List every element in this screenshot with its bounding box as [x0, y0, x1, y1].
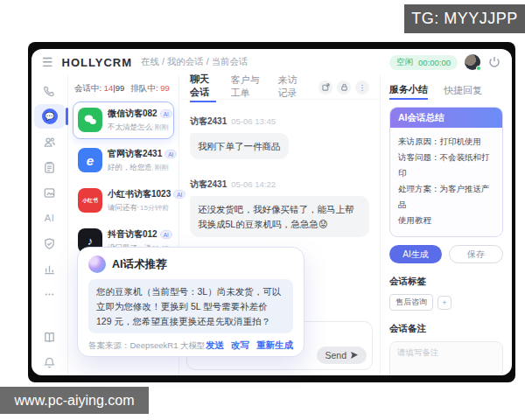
add-tag-button[interactable]: +: [438, 296, 452, 310]
answer-source: 答案来源：DeepseekR1 大模型: [88, 340, 206, 352]
visitor-message-bubble: 我刚下单了一件商品: [190, 133, 289, 159]
chat-list-item-wechat[interactable]: 微信访客082 AI 不太清楚怎么装… 刚刚: [73, 102, 174, 139]
message-time: 05-06 14:22: [231, 179, 276, 189]
chat-item-title: 微信访客082: [108, 108, 158, 120]
chat-item-preview: 不太清楚怎么装…: [108, 122, 153, 133]
chat-item-title: 抖音访客012: [108, 228, 158, 241]
icon-sidebar: 💬 AI: [32, 75, 68, 375]
breadcrumb: 在线 / 我的会话 / 当前会话: [141, 56, 248, 68]
screenshot-stage: TG: MYYJJPP ☰ HOLLYCRM 在线 / 我的会话 / 当前会话 …: [0, 0, 525, 420]
conversation-counters: 会话中: 14|99 排队中: 99: [73, 80, 174, 102]
ai-badge: AI: [160, 109, 172, 118]
sidebar-item-notifications[interactable]: [34, 350, 66, 374]
chat-item-time: 15分钟前: [140, 203, 169, 213]
active-count: 14: [104, 83, 114, 93]
summary-line: 来访原因：打印机使用: [398, 134, 494, 150]
menu-hamburger-icon[interactable]: ☰: [42, 56, 53, 68]
chat-tabs: 聊天会话 客户与工单 来访记录 ⋮: [179, 75, 380, 100]
shield-icon: [43, 237, 56, 250]
sidebar-item-calls[interactable]: [34, 79, 66, 103]
tab-quick-replies[interactable]: 快捷回复: [444, 84, 482, 99]
agent-status-label: 空闲: [396, 57, 413, 68]
session-notes-title: 会话备注: [389, 323, 503, 335]
lock-icon[interactable]: [337, 80, 351, 94]
ai-suggestion-popup: AI话术推荐 您的豆浆机（当前型号：3L）尚未发货，可以立即为您修改！更换到 5…: [77, 247, 304, 357]
rewrite-button[interactable]: 改写: [231, 340, 249, 352]
save-button[interactable]: 保存: [449, 245, 503, 263]
message-sender: 访客2431: [190, 116, 227, 126]
phone-icon: [43, 85, 56, 98]
chat-item-title: 官网访客2431: [108, 148, 162, 160]
summary-line: 处理方案：为客户推送产品: [398, 181, 494, 213]
power-icon[interactable]: [487, 55, 501, 69]
ai-icon: AI: [45, 213, 54, 223]
ai-summary-body: 来访原因：打印机使用 访客问题：不会装纸和打印 处理方案：为客户推送产品 使用教…: [390, 128, 502, 236]
more-vertical-icon[interactable]: ⋮: [355, 80, 369, 94]
chat-icon: 💬: [42, 108, 58, 124]
regenerate-button[interactable]: 重新生成: [256, 340, 293, 352]
notes-textarea[interactable]: [389, 341, 503, 375]
send-plane-icon: [350, 351, 359, 360]
chat-item-time: 刚刚: [155, 122, 169, 132]
queue-count: 99: [160, 83, 170, 93]
tab-service-summary[interactable]: 服务小结: [389, 83, 428, 100]
summary-line: 访客问题：不会装纸和打印: [398, 150, 494, 181]
web-browser-icon: e: [78, 148, 102, 172]
ai-suggestion-text: 您的豆浆机（当前型号：3L）尚未发货，可以立即为您修改！更换到 5L 型号需要补…: [88, 279, 293, 333]
ai-summary-card: AI会话总结 来访原因：打印机使用 访客问题：不会装纸和打印 处理方案：为客户推…: [389, 107, 503, 237]
chat-item-preview: 好的，给您造成…: [108, 163, 153, 173]
tag-after-sales[interactable]: 售后咨询: [389, 294, 433, 311]
chat-item-preview: 请问还有什么可·: [108, 203, 138, 214]
sidebar-item-chats[interactable]: 💬: [34, 104, 66, 129]
active-count-label: 会话中:: [74, 83, 102, 93]
sidebar-item-contacts[interactable]: [34, 130, 66, 154]
ai-badge: AI: [160, 230, 172, 239]
ai-badge: AI: [164, 150, 177, 158]
tab-chat-session[interactable]: 聊天会话: [190, 73, 216, 102]
send-button[interactable]: Send: [317, 346, 367, 364]
bar-chart-icon: [43, 262, 56, 276]
send-label: Send: [325, 350, 346, 360]
ai-popup-title: AI话术推荐: [112, 257, 167, 272]
agent-status-pill[interactable]: 空闲 00:00:00: [389, 55, 458, 70]
summary-line: 使用教程: [398, 213, 494, 228]
send-suggestion-button[interactable]: 发送: [206, 340, 224, 352]
avatar[interactable]: [465, 54, 480, 70]
tab-customer-tickets[interactable]: 客户与工单: [230, 74, 263, 102]
sidebar-item-more[interactable]: [34, 282, 66, 306]
chat-item-time: 刚刚: [155, 163, 169, 172]
contacts-icon: [43, 136, 56, 149]
visitor-message-bubble: 还没发货吧，我好像买错了，能马上帮我换成5L的豆浆机吗，急急急😟: [190, 196, 369, 237]
sidebar-item-security[interactable]: [34, 231, 66, 256]
top-bar: ☰ HOLLYCRM 在线 / 我的会话 / 当前会话 空闲 00:00:00: [32, 49, 512, 75]
message-meta: 访客243105-06 13:45: [190, 116, 369, 128]
status-timer: 00:00:00: [418, 58, 451, 67]
sidebar-item-tasks[interactable]: [34, 155, 66, 179]
chat-list-item-web[interactable]: e 官网访客2431 AI 好的，给您造成… 刚刚: [73, 142, 174, 179]
sidebar-item-ai[interactable]: AI: [34, 206, 66, 230]
chat-item-title: 小红书访客1023: [108, 188, 171, 200]
service-panel: 服务小结 快捷回复 AI会话总结 来访原因：打印机使用 访客问题：不会装纸和打印…: [381, 75, 512, 375]
chat-list-item-xiaohongshu[interactable]: 小红书 小红书访客1023 AI 请问还有什么可· 15分钟前: [73, 182, 174, 220]
sidebar-item-messages[interactable]: [34, 180, 66, 205]
queue-count-label: 排队中:: [130, 83, 158, 93]
sidebar-item-reports[interactable]: [34, 256, 66, 281]
ai-generate-button[interactable]: AI生成: [389, 245, 442, 263]
clipboard-icon: [43, 161, 56, 174]
ai-orb-icon: [88, 256, 106, 273]
panel-tabs: 服务小结 快捷回复: [389, 80, 503, 102]
transfer-icon[interactable]: [318, 80, 332, 94]
tg-watermark-label: TG: MYYJJPP: [404, 4, 525, 33]
message-sender: 访客2431: [190, 179, 227, 189]
session-tags-title: 会话标签: [389, 276, 503, 288]
brand-logo: HOLLYCRM: [62, 56, 132, 69]
message-meta: 访客243105-06 14:22: [190, 178, 369, 191]
active-total: |99: [113, 83, 124, 93]
sidebar-item-knowledge[interactable]: [34, 325, 66, 349]
online-status-dot: [476, 66, 481, 71]
book-icon: [43, 331, 56, 344]
ai-summary-title: AI会话总结: [390, 108, 502, 128]
more-icon: [43, 288, 56, 301]
wechat-icon: [78, 108, 102, 132]
tab-visit-records[interactable]: 来访记录: [278, 74, 304, 102]
